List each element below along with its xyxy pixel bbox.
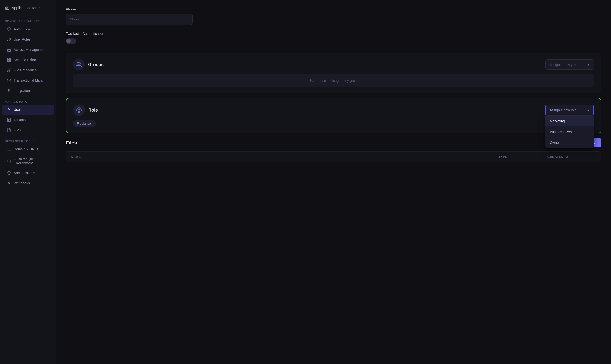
home-icon — [5, 5, 9, 10]
role-dropdown-label: Assign a new role — [550, 108, 577, 112]
file-icon — [7, 128, 11, 132]
svg-rect-3 — [7, 58, 9, 59]
sidebar-item-schema-editor[interactable]: Schema Editor — [2, 55, 54, 65]
groups-title: Groups — [88, 62, 104, 67]
role-title-row: Role — [73, 104, 98, 116]
chevron-down-icon: ▼ — [587, 63, 590, 66]
files-table-header: Name Type Created At — [66, 151, 601, 162]
role-option-owner[interactable]: Owner — [545, 137, 594, 148]
groups-section: Groups Assign a new gro... ▼ User doesn'… — [66, 53, 601, 93]
sidebar-item-users[interactable]: Users — [2, 105, 54, 115]
sidebar-item-access-management[interactable]: Access Management — [2, 45, 54, 55]
files-title: Files — [66, 140, 77, 146]
groups-dropdown-label: Assign a new gro... — [550, 63, 579, 66]
users-cog-icon — [7, 37, 11, 42]
paperclip-icon — [7, 68, 11, 72]
twofa-section: Two-factor Authentication — [66, 32, 601, 45]
svg-point-19 — [77, 62, 79, 64]
role-dropdown-menu: Marketing Business Owner Owner — [545, 116, 594, 148]
groups-title-row: Groups — [73, 59, 104, 70]
admin-shield-icon — [7, 171, 11, 175]
plug-icon — [7, 89, 11, 93]
role-section: Role Assign a new role ▲ Marketing Busin… — [66, 98, 601, 133]
role-dropdown-container: Assign a new role ▲ Marketing Business O… — [545, 105, 594, 116]
twofa-toggle[interactable] — [66, 39, 76, 44]
table-col-name: Name — [71, 155, 499, 159]
sidebar-item-flush-sync[interactable]: Flush & Sync Environment — [2, 155, 54, 168]
sidebar-item-webhooks[interactable]: Webhooks — [2, 178, 54, 188]
svg-rect-8 — [7, 118, 11, 122]
table-icon — [7, 118, 11, 122]
assign-role-button[interactable]: Assign a new role ▲ — [545, 105, 594, 116]
groups-icon-circle — [73, 59, 85, 70]
sidebar-item-file-categories[interactable]: File Categories — [2, 65, 54, 75]
sidebar-item-files[interactable]: Files — [2, 125, 54, 135]
table-col-created-at: Created At — [547, 155, 596, 159]
sidebar-item-user-roles[interactable]: User Roles — [2, 35, 54, 44]
svg-point-7 — [8, 108, 10, 109]
phone-field-group: Phone — [66, 7, 601, 25]
sidebar-item-tenants[interactable]: Tenants — [2, 115, 54, 125]
svg-rect-2 — [7, 50, 11, 52]
role-option-business-owner[interactable]: Business Owner — [545, 127, 594, 137]
grid-icon — [7, 58, 11, 62]
svg-point-21 — [78, 109, 80, 110]
table-col-type: Type — [499, 155, 547, 159]
role-badges-container: Freelancer — [73, 120, 594, 127]
svg-point-20 — [77, 108, 81, 113]
main-content: Phone Two-factor Authentication Groups — [56, 0, 611, 364]
svg-rect-5 — [7, 60, 9, 62]
groups-empty-state: User doesn't belong to any group — [73, 74, 594, 87]
groups-icon — [76, 62, 82, 67]
sidebar-item-authentication[interactable]: Authentication — [2, 24, 54, 34]
groups-section-header: Groups Assign a new gro... ▼ — [73, 59, 594, 70]
sidebar-item-transactional-mails[interactable]: Transactional Mails — [2, 76, 54, 85]
user-icon — [7, 107, 11, 112]
role-title: Role — [88, 108, 98, 113]
svg-rect-4 — [10, 58, 11, 59]
chevron-up-icon: ▲ — [587, 108, 590, 112]
role-icon-circle — [73, 104, 85, 116]
svg-point-0 — [8, 38, 9, 39]
toggle-thumb — [66, 39, 71, 43]
role-option-marketing[interactable]: Marketing — [545, 116, 594, 127]
phone-input[interactable] — [66, 14, 193, 25]
role-icon — [76, 107, 82, 113]
groups-dropdown-container: Assign a new gro... ▼ — [545, 59, 594, 70]
asterisk-icon — [7, 181, 11, 185]
lock-icon — [7, 48, 11, 52]
app-home-label: Application Home — [12, 6, 40, 10]
manage-data-section-label: Manage Data — [0, 96, 56, 104]
sidebar-item-domain-urls[interactable]: Domain & URLs — [2, 144, 54, 154]
files-header: Files See All — [66, 138, 601, 147]
role-section-header: Role Assign a new role ▲ Marketing Busin… — [73, 104, 594, 116]
role-badge-freelancer: Freelancer — [73, 120, 95, 127]
phone-label: Phone — [66, 7, 601, 11]
sidebar-item-integrations[interactable]: Integrations — [2, 86, 54, 95]
files-section: Files See All Name Type Created At — [66, 138, 601, 162]
refresh-icon — [7, 159, 11, 163]
list-icon — [7, 147, 11, 151]
assign-group-button[interactable]: Assign a new gro... ▼ — [545, 59, 594, 70]
sidebar-item-admin-tokens[interactable]: Admin Tokens — [2, 168, 54, 178]
developer-tools-section-label: Developer Tools — [0, 135, 56, 144]
sidebar: Application Home Configure Features Auth… — [0, 0, 56, 364]
mail-icon — [7, 78, 11, 83]
sidebar-item-app-home[interactable]: Application Home — [0, 0, 56, 15]
twofa-label: Two-factor Authentication — [66, 32, 601, 36]
svg-rect-6 — [10, 60, 11, 62]
shield-icon — [7, 27, 11, 31]
configure-features-section-label: Configure Features — [0, 15, 56, 24]
